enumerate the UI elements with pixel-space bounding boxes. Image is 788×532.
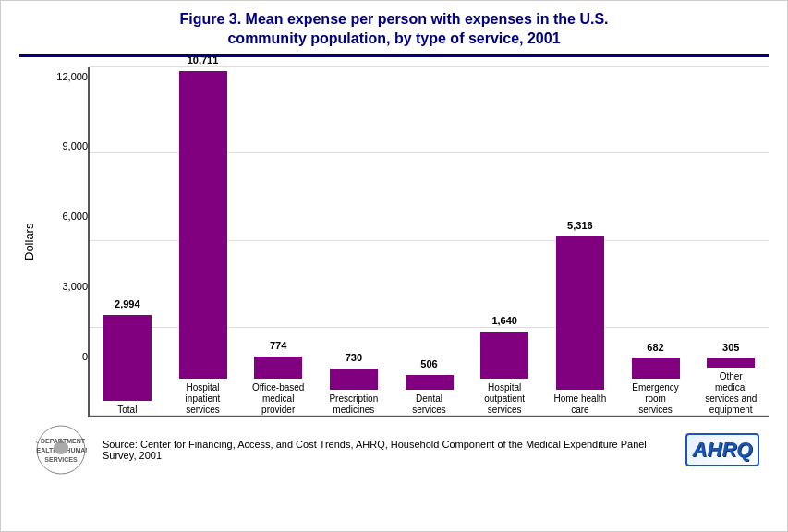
main-container: Figure 3. Mean expense per person with e… (0, 0, 788, 532)
y-axis-label: Dollars (19, 66, 38, 417)
hhs-logo: U.S. DEPARTMENT OF HEALTH & HUMAN SERVIC… (36, 425, 87, 476)
bar-value: 305 (722, 342, 739, 353)
bar: 5,316 (556, 236, 604, 389)
chart-title: Figure 3. Mean expense per person with e… (19, 10, 769, 49)
bar: 774 (254, 357, 302, 379)
y-tick: 6,000 (62, 211, 88, 222)
bar-label: Total (96, 405, 159, 416)
ahrq-logo: AHRQ (685, 433, 760, 466)
bar-value: 2,994 (115, 298, 140, 309)
bar-value: 774 (270, 340, 286, 351)
y-tick: 3,000 (62, 281, 88, 292)
bar: 2,994 (103, 315, 152, 401)
bar-value: 10,711 (188, 54, 219, 66)
bar-label: Prescriptionmedicines (322, 393, 385, 416)
bar-group: 730Prescriptionmedicines (316, 71, 392, 416)
bar-label: Hospitaloutpatientservices (473, 382, 536, 416)
bar-group: 2,994Total (90, 71, 165, 416)
bar-group: 5,316Home healthcare (542, 71, 618, 416)
chart-area: Dollars 12,0009,0006,0003,0000 2,994Tota… (19, 66, 769, 417)
bar: 1,640 (480, 332, 528, 379)
bar: 506 (406, 375, 454, 390)
bar-group: 1,640Hospitaloutpatientservices (467, 71, 542, 416)
footer-source: Source: Center for Financing, Access, an… (93, 439, 685, 461)
title-divider (19, 54, 769, 57)
bar: 682 (632, 358, 680, 378)
bar-label: Emergencyroomservices (624, 382, 687, 416)
bar-group: 305Othermedicalservices andequipment (693, 71, 769, 416)
bar-value: 682 (647, 342, 663, 353)
bar-group: 682Emergencyroomservices (618, 71, 694, 416)
bar: 305 (707, 358, 755, 367)
bar-group: 506Dentalservices (392, 71, 467, 416)
footer: U.S. DEPARTMENT OF HEALTH & HUMAN SERVIC… (19, 425, 769, 476)
y-tick: 9,000 (62, 140, 88, 151)
bar: 730 (330, 369, 378, 390)
chart-inner: 2,994Total10,711Hospitalinpatientservice… (88, 66, 769, 417)
bars-container: 2,994Total10,711Hospitalinpatientservice… (88, 66, 769, 417)
bar: 10,711 (179, 71, 227, 379)
hhs-logo-container: U.S. DEPARTMENT OF HEALTH & HUMAN SERVIC… (29, 425, 93, 476)
bar-value: 506 (420, 358, 437, 369)
bar-label: Othermedicalservices andequipment (699, 371, 762, 416)
svg-text:SERVICES: SERVICES (44, 456, 78, 463)
bar-label: Office-basedmedicalprovider (247, 382, 309, 416)
bar-label: Home healthcare (549, 393, 612, 416)
bar-label: Hospitalinpatientservices (172, 382, 235, 416)
bar-value: 1,640 (491, 315, 517, 326)
bar-group: 774Office-basedmedicalprovider (240, 71, 316, 416)
bar-value: 730 (346, 352, 362, 363)
grid-line (90, 66, 769, 66)
bar-label: Dentalservices (398, 393, 461, 416)
bar-group: 10,711Hospitalinpatientservices (165, 71, 241, 416)
y-tick: 12,000 (56, 71, 88, 82)
bar-value: 5,316 (567, 220, 593, 231)
y-axis: 12,0009,0006,0003,0000 (42, 66, 88, 417)
ahrq-logo-container: AHRQ (685, 425, 759, 476)
